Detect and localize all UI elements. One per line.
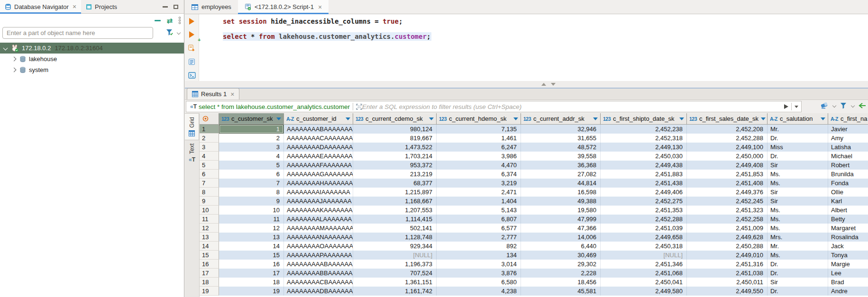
column-menu-dropdown-icon[interactable] bbox=[276, 117, 281, 120]
column-menu-dropdown-icon[interactable] bbox=[513, 117, 518, 120]
tab-projects[interactable]: Projects bbox=[81, 0, 122, 13]
grid-cell[interactable]: 1,114,415 bbox=[353, 215, 437, 224]
row-number[interactable]: 8 bbox=[200, 188, 219, 197]
grid-cell[interactable]: 2,450,318 bbox=[601, 242, 687, 251]
grid-cell[interactable]: 3,014 bbox=[437, 260, 521, 269]
grid-cell[interactable]: 44,814 bbox=[521, 179, 601, 188]
grid-cell[interactable]: 27,082 bbox=[521, 170, 601, 179]
grid-cell[interactable]: Ms. bbox=[767, 206, 828, 215]
grid-cell[interactable]: Rosalinda bbox=[828, 233, 868, 242]
grid-cell[interactable]: 4,238 bbox=[437, 287, 521, 296]
grid-cell[interactable]: 1,128,748 bbox=[353, 233, 437, 242]
grid-cell[interactable]: 10 bbox=[219, 206, 284, 215]
grid-cell[interactable]: Dr. bbox=[767, 134, 828, 143]
grid-cell[interactable]: AAAAAAAAOAAAAAAA bbox=[284, 242, 353, 251]
link-with-editor-icon[interactable]: ⇄ bbox=[166, 17, 173, 24]
grid-cell[interactable]: 2,451,346 bbox=[601, 260, 687, 269]
grid-cell[interactable]: Robert bbox=[828, 161, 868, 170]
expander-icon[interactable] bbox=[3, 46, 8, 51]
column-header[interactable]: 123c_customer_sk bbox=[219, 113, 284, 124]
tree-node-lakehouse[interactable]: lakehouse bbox=[0, 54, 184, 64]
sash-restore-icon[interactable] bbox=[551, 83, 556, 86]
grid-cell[interactable]: 2,451,323 bbox=[687, 206, 767, 215]
grid-cell[interactable]: 2,449,550 bbox=[687, 287, 767, 296]
grid-cell[interactable]: 2,450,041 bbox=[601, 278, 687, 287]
grid-cell[interactable]: AAAAAAAAJAAAAAAA bbox=[284, 197, 353, 206]
grid-cell[interactable]: AAAAAAAADAAAAAAA bbox=[284, 143, 353, 152]
grid-cell[interactable]: 39,558 bbox=[521, 152, 601, 161]
grid-cell[interactable]: 2,449,100 bbox=[687, 143, 767, 152]
grid-cell[interactable]: 2,471 bbox=[437, 188, 521, 197]
grid-cell[interactable]: 32,946 bbox=[521, 125, 601, 134]
column-header[interactable]: 123c_current_cdemo_sk bbox=[353, 113, 437, 124]
grid-cell[interactable]: 819,667 bbox=[353, 134, 437, 143]
grid-cell[interactable]: AAAAAAAAFAAAAAAA bbox=[284, 161, 353, 170]
row-number[interactable]: 19 bbox=[200, 287, 219, 296]
grid-cell[interactable]: Javier bbox=[828, 125, 868, 134]
execute-new-tab-icon[interactable]: + bbox=[189, 31, 194, 38]
grid-cell[interactable]: 2,451,039 bbox=[601, 224, 687, 233]
grid-cell[interactable]: 2,452,288 bbox=[687, 134, 767, 143]
grid-cell[interactable]: Mr. bbox=[767, 125, 828, 134]
grid-cell[interactable]: Sir bbox=[767, 278, 828, 287]
grid-cell[interactable]: 36,368 bbox=[521, 161, 601, 170]
grid-cell[interactable]: 3,986 bbox=[437, 152, 521, 161]
grid-cell[interactable]: Karl bbox=[828, 197, 868, 206]
execute-script-icon[interactable] bbox=[188, 45, 195, 52]
close-icon[interactable]: × bbox=[230, 91, 234, 98]
grid-cell[interactable]: AAAAAAAADBAAAAAA bbox=[284, 287, 353, 296]
grid-cell[interactable]: Sir bbox=[767, 197, 828, 206]
filter-funnel-icon[interactable] bbox=[166, 29, 174, 36]
grid-cell[interactable]: 1,161,742 bbox=[353, 287, 437, 296]
grid-cell[interactable]: 2,777 bbox=[437, 233, 521, 242]
collapse-all-icon[interactable] bbox=[155, 20, 161, 21]
fetch-arrow-icon[interactable] bbox=[859, 102, 866, 109]
grid-cell[interactable]: 892 bbox=[437, 242, 521, 251]
grid-cell[interactable]: 2,451,009 bbox=[687, 224, 767, 233]
grid-cell[interactable]: 9 bbox=[219, 197, 284, 206]
grid-cell[interactable]: 1,404 bbox=[437, 197, 521, 206]
grid-cell[interactable]: 2,451,068 bbox=[601, 269, 687, 278]
row-number[interactable]: 15 bbox=[200, 251, 219, 260]
grid-cell[interactable]: 2,451,408 bbox=[687, 179, 767, 188]
erase-filter-icon[interactable] bbox=[820, 102, 829, 109]
row-number[interactable]: 17 bbox=[200, 269, 219, 278]
grid-cell[interactable]: 2,228 bbox=[521, 269, 601, 278]
grid-cell[interactable]: Ollie bbox=[828, 188, 868, 197]
grid-cell[interactable]: 17 bbox=[219, 269, 284, 278]
grid-cell[interactable]: 6,577 bbox=[437, 224, 521, 233]
expander-icon[interactable] bbox=[12, 68, 17, 72]
maximize-icon[interactable] bbox=[174, 5, 178, 9]
grid-cell[interactable]: 2,452,238 bbox=[601, 125, 687, 134]
expand-filter-icon[interactable] bbox=[356, 104, 362, 110]
column-header[interactable]: 123c_current_addr_sk bbox=[521, 113, 601, 124]
grid-cell[interactable]: 2,449,408 bbox=[687, 161, 767, 170]
grid-cell[interactable]: 19,580 bbox=[521, 206, 601, 215]
grid-cell[interactable]: 16,598 bbox=[521, 188, 601, 197]
grid-cell[interactable]: 1,196,373 bbox=[353, 260, 437, 269]
row-number[interactable]: 11 bbox=[200, 215, 219, 224]
apply-filter-icon[interactable] bbox=[784, 104, 788, 109]
menu-dots-icon[interactable] bbox=[178, 17, 181, 24]
grid-cell[interactable]: 6 bbox=[219, 170, 284, 179]
column-header[interactable]: 123c_first_shipto_date_sk bbox=[601, 113, 687, 124]
sash-grip[interactable] bbox=[541, 83, 556, 86]
sash-maximize-icon[interactable] bbox=[541, 83, 546, 86]
close-icon[interactable]: × bbox=[73, 3, 76, 10]
column-header[interactable]: A-Zc_customer_id bbox=[284, 113, 353, 124]
grid-cell[interactable]: 47,366 bbox=[521, 224, 601, 233]
side-tab-text[interactable]: Text «T bbox=[185, 140, 199, 166]
grid-cell[interactable]: 2,449,010 bbox=[687, 251, 767, 260]
column-header[interactable]: 123c_current_hdemo_sk bbox=[437, 113, 521, 124]
row-number[interactable]: 18 bbox=[200, 278, 219, 287]
grid-cell[interactable]: Amy bbox=[828, 134, 868, 143]
grid-cell[interactable]: 48,572 bbox=[521, 143, 601, 152]
grid-cell[interactable]: 6,440 bbox=[521, 242, 601, 251]
close-icon[interactable]: × bbox=[318, 4, 322, 10]
row-number[interactable]: 12 bbox=[200, 224, 219, 233]
grid-cell[interactable]: Dr. bbox=[767, 152, 828, 161]
grid-cell[interactable]: 2,451,883 bbox=[601, 170, 687, 179]
grid-cell[interactable]: 2,449,406 bbox=[601, 188, 687, 197]
grid-cell[interactable]: 30,469 bbox=[521, 251, 601, 260]
grid-cell[interactable]: AAAAAAAANAAAAAAA bbox=[284, 233, 353, 242]
